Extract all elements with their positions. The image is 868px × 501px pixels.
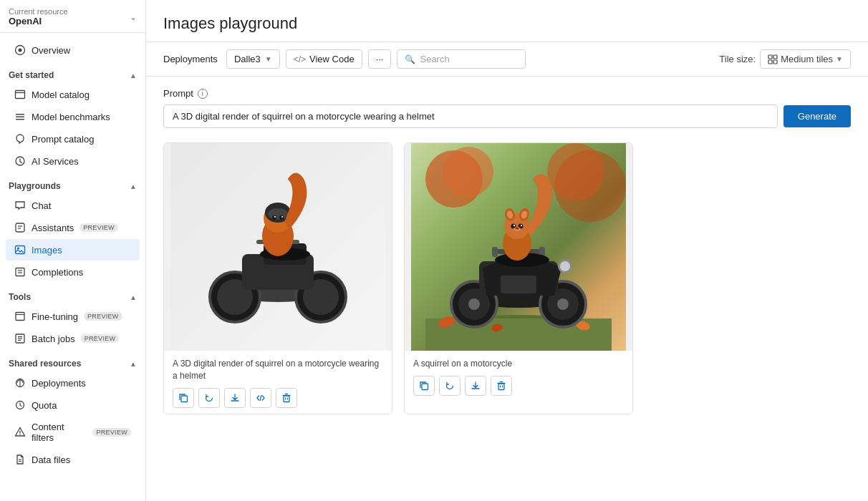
sidebar-item-assistants[interactable]: Assistants PREVIEW: [6, 217, 140, 238]
delete-button-2[interactable]: [491, 376, 512, 396]
image-placeholder-2: [405, 143, 632, 351]
overview-icon: [14, 44, 26, 56]
prompt-catalog-icon: [14, 133, 26, 145]
prompt-row: Generate: [163, 104, 851, 128]
svg-rect-12: [16, 268, 24, 276]
batch-jobs-icon: [14, 333, 26, 344]
copy-icon: [178, 393, 188, 403]
svg-point-48: [281, 216, 283, 218]
images-icon: [14, 244, 26, 256]
tile-size-label: Tile size:: [719, 54, 756, 64]
svg-rect-4: [16, 114, 24, 115]
svg-point-56: [443, 147, 493, 197]
sidebar-item-model-catalog[interactable]: Model catalog: [6, 84, 140, 105]
svg-rect-7: [16, 223, 24, 232]
tools-collapse-icon[interactable]: ▲: [130, 293, 137, 301]
svg-point-25: [19, 434, 21, 435]
batch-jobs-badge: PREVIEW: [81, 334, 120, 343]
svg-rect-92: [422, 384, 428, 390]
deployments-label: Deployments: [32, 378, 86, 389]
download-button-2[interactable]: [465, 376, 486, 396]
svg-point-89: [521, 225, 522, 226]
regenerate-icon: [204, 393, 214, 403]
model-catalog-label: Model catalog: [32, 89, 90, 100]
image-card-actions-2: [413, 376, 624, 396]
chat-icon: [14, 200, 26, 211]
image-card: A 3D digital render of squirrel on a mot…: [163, 142, 392, 414]
ai-services-icon: [14, 155, 26, 167]
image-caption-1: A 3D digital render of squirrel on a mot…: [173, 358, 383, 382]
sidebar-item-content-filters[interactable]: Content filters PREVIEW: [6, 417, 140, 448]
deployment-selector[interactable]: Dalle3 ▼: [226, 49, 280, 69]
resource-selector[interactable]: Current resource OpenAI ⌄: [0, 0, 145, 33]
image-card-actions-1: [173, 388, 383, 408]
refresh-button-1[interactable]: [198, 388, 220, 408]
prompt-section: Prompt i Generate: [146, 77, 868, 137]
assistants-badge: PREVIEW: [79, 223, 118, 232]
svg-point-11: [17, 248, 19, 250]
assistants-label: Assistants: [32, 223, 74, 233]
delete-button-1[interactable]: [276, 388, 297, 408]
svg-rect-31: [773, 60, 777, 64]
refresh-button-2[interactable]: [439, 376, 460, 396]
sidebar-item-batch-jobs[interactable]: Batch jobs PREVIEW: [6, 328, 140, 349]
fine-tuning-icon: [14, 311, 26, 322]
svg-rect-93: [498, 384, 504, 390]
data-files-icon: [14, 454, 26, 465]
svg-rect-75: [492, 247, 498, 257]
shared-resources-collapse-icon[interactable]: ▲: [130, 360, 137, 368]
svg-point-47: [274, 216, 276, 218]
sidebar-item-fine-tuning[interactable]: Fine-tuning PREVIEW: [6, 306, 140, 327]
more-options-button[interactable]: ···: [368, 49, 392, 69]
sidebar-item-deployments[interactable]: Deployments: [6, 372, 140, 394]
tile-size-button[interactable]: Medium tiles ▼: [760, 49, 851, 69]
svg-rect-2: [16, 91, 25, 99]
search-box[interactable]: 🔍 Search: [397, 49, 526, 69]
quota-icon: [14, 399, 26, 411]
svg-rect-30: [768, 60, 772, 64]
get-started-collapse-icon[interactable]: ▲: [130, 72, 137, 79]
svg-point-44: [268, 208, 288, 220]
svg-point-79: [560, 261, 570, 271]
sidebar-item-model-benchmarks[interactable]: Model benchmarks: [6, 106, 140, 127]
resource-label: Current resource: [9, 7, 68, 16]
view-code-button[interactable]: </> View Code: [286, 49, 362, 69]
shared-resources-section: Shared resources ▲: [0, 350, 145, 371]
svg-point-58: [547, 143, 604, 200]
svg-rect-29: [773, 55, 777, 59]
svg-point-91: [516, 228, 519, 230]
sidebar-item-chat[interactable]: Chat: [6, 195, 140, 216]
completions-label: Completions: [32, 267, 83, 278]
code-icon: [256, 393, 266, 403]
sidebar-item-data-files[interactable]: Data files: [6, 449, 140, 470]
model-benchmarks-label: Model benchmarks: [32, 112, 110, 122]
copy-button-1[interactable]: [173, 388, 194, 408]
sidebar-item-images[interactable]: Images: [6, 239, 140, 261]
code-button-1[interactable]: [250, 388, 271, 408]
data-files-label: Data files: [32, 454, 70, 465]
svg-rect-28: [768, 55, 772, 59]
deployment-chevron-icon: ▼: [265, 55, 272, 63]
prompt-info-icon: i: [198, 89, 208, 99]
search-placeholder: Search: [420, 54, 449, 64]
tile-size-value: Medium tiles: [781, 54, 833, 64]
svg-point-46: [279, 215, 284, 220]
prompt-input[interactable]: [163, 104, 778, 128]
image-grid: A 3D digital render of squirrel on a mot…: [146, 137, 868, 501]
sidebar-item-quota[interactable]: Quota: [6, 394, 140, 416]
deployments-toolbar-label: Deployments: [163, 54, 218, 64]
sidebar-item-ai-services[interactable]: AI Services: [6, 150, 140, 172]
sidebar-item-overview[interactable]: Overview: [6, 39, 140, 61]
copy-button-2[interactable]: [413, 376, 435, 396]
tools-section: Tools ▲: [0, 283, 145, 305]
ai-services-label: AI Services: [32, 156, 79, 167]
sidebar-item-completions[interactable]: Completions: [6, 261, 140, 283]
playgrounds-collapse-icon[interactable]: ▲: [130, 183, 137, 190]
generate-button[interactable]: Generate: [783, 105, 851, 127]
svg-point-1: [19, 49, 22, 52]
download-button-1[interactable]: [224, 388, 246, 408]
model-catalog-icon: [14, 89, 26, 100]
fine-tuning-label: Fine-tuning: [32, 311, 78, 322]
sidebar-item-prompt-catalog[interactable]: Prompt catalog: [6, 128, 140, 150]
svg-rect-6: [16, 119, 24, 120]
